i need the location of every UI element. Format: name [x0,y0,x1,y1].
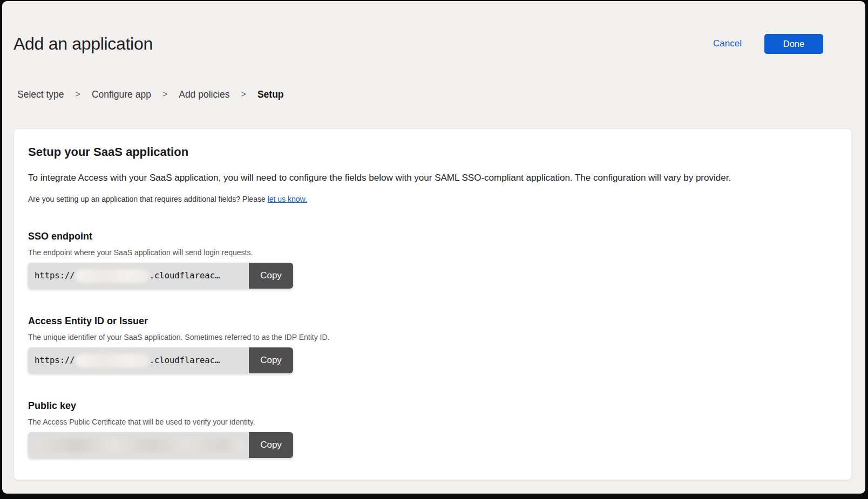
url-prefix: https:// [35,356,75,365]
sso-endpoint-copy-row: https:// .cloudflareac… Copy [28,263,293,289]
breadcrumb-separator: > [162,88,167,100]
cancel-button[interactable]: Cancel [713,38,742,49]
public-key-section: Public key The Access Public Certificate… [28,400,836,458]
sso-endpoint-description: The endpoint where your SaaS application… [28,248,836,257]
public-key-label: Public key [28,400,836,412]
redacted-value [76,269,149,283]
access-entity-id-description: The unique identifier of your SaaS appli… [28,333,836,342]
page-header: Add an application Cancel Done [2,1,865,54]
redacted-value [35,439,245,452]
page-title: Add an application [13,33,153,54]
breadcrumb-setup: Setup [257,88,284,100]
breadcrumb-select-type[interactable]: Select type [17,88,64,100]
public-key-copy-button[interactable]: Copy [249,432,293,458]
card-note: Are you setting up an application that r… [28,195,836,204]
done-button[interactable]: Done [764,34,823,54]
card-title: Setup your SaaS application [28,145,836,159]
breadcrumb-separator: > [241,88,246,100]
screenshot-frame: Add an application Cancel Done Select ty… [0,0,868,499]
note-text: Are you setting up an application that r… [28,195,268,203]
url-suffix: .cloudflareac… [150,356,220,365]
let-us-know-link[interactable]: let us know. [268,195,307,203]
sso-endpoint-copy-button[interactable]: Copy [249,263,293,289]
page-background: Add an application Cancel Done Select ty… [2,1,865,494]
access-entity-id-copy-button[interactable]: Copy [249,347,293,373]
redacted-value [76,354,149,367]
breadcrumb: Select type > Configure app > Add polici… [17,88,865,100]
access-entity-id-copy-row: https:// .cloudflareac… Copy [28,347,293,373]
public-key-copy-row: Copy [28,432,293,458]
url-suffix: .cloudflareac… [150,271,220,281]
header-actions: Cancel Done [713,34,823,54]
public-key-value [28,432,249,458]
breadcrumb-separator: > [76,88,80,100]
setup-card: Setup your SaaS application To integrate… [13,128,852,480]
sso-endpoint-value: https:// .cloudflareac… [28,263,249,289]
access-entity-id-label: Access Entity ID or Issuer [28,316,836,327]
public-key-description: The Access Public Certificate that will … [28,418,836,427]
url-prefix: https:// [35,271,75,281]
sso-endpoint-label: SSO endpoint [28,231,836,242]
sso-endpoint-section: SSO endpoint The endpoint where your Saa… [28,231,836,289]
access-entity-id-value: https:// .cloudflareac… [28,347,249,373]
breadcrumb-add-policies[interactable]: Add policies [179,88,229,100]
access-entity-id-section: Access Entity ID or Issuer The unique id… [28,316,836,373]
card-intro: To integrate Access with your SaaS appli… [28,172,836,184]
breadcrumb-configure-app[interactable]: Configure app [92,88,151,100]
